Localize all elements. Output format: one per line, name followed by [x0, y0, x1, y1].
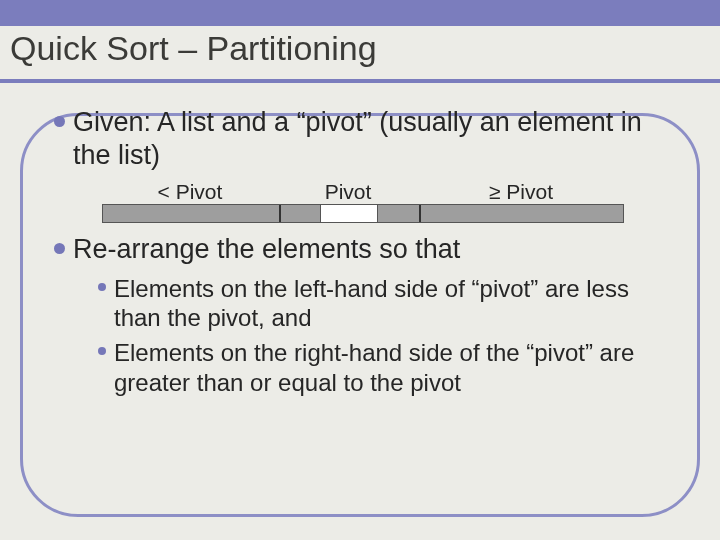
content-body: Given: A list and a “pivot” (usually an …	[54, 106, 680, 403]
bullet-text: Elements on the right-hand side of the “…	[114, 338, 680, 397]
top-accent-bar	[0, 0, 720, 26]
partition-sep-1	[279, 205, 281, 222]
partition-pivot-box	[320, 204, 378, 223]
bullet-icon	[54, 243, 65, 254]
partition-label-lt: < Pivot	[102, 180, 278, 204]
subbullet-right: Elements on the right-hand side of the “…	[98, 338, 680, 397]
partition-label-ge: ≥ Pivot	[418, 180, 624, 204]
slide: Quick Sort – Partitioning Given: A list …	[0, 0, 720, 540]
bullet-rearrange: Re-arrange the elements so that	[54, 233, 680, 266]
partition-label-pivot: Pivot	[278, 180, 418, 204]
bullet-given: Given: A list and a “pivot” (usually an …	[54, 106, 680, 172]
partition-labels: < Pivot Pivot ≥ Pivot	[102, 180, 624, 204]
bullet-icon	[98, 283, 106, 291]
slide-title: Quick Sort – Partitioning	[10, 31, 377, 67]
title-underline	[0, 79, 720, 83]
subbullet-left: Elements on the left-hand side of “pivot…	[98, 274, 680, 333]
bullet-icon	[54, 116, 65, 127]
bullet-text: Elements on the left-hand side of “pivot…	[114, 274, 680, 333]
partition-diagram: < Pivot Pivot ≥ Pivot	[102, 180, 624, 223]
bullet-text: Re-arrange the elements so that	[73, 233, 460, 266]
bullet-icon	[98, 347, 106, 355]
bullet-text: Given: A list and a “pivot” (usually an …	[73, 106, 680, 172]
partition-sep-2	[419, 205, 421, 222]
